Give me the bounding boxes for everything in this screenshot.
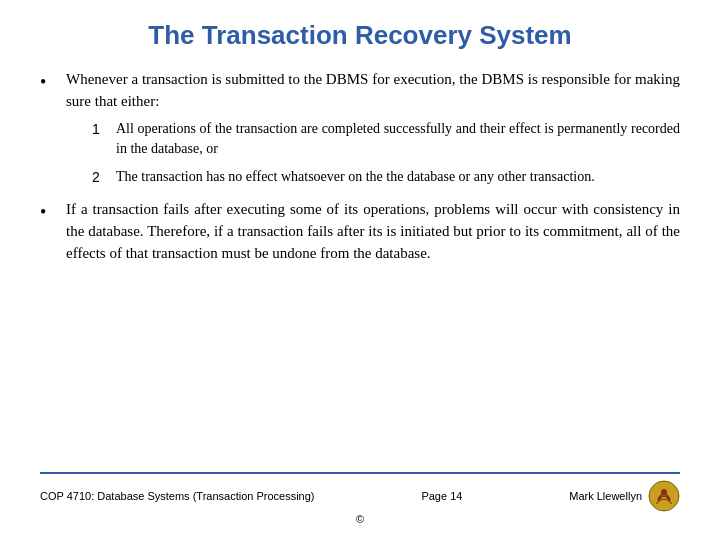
footer: COP 4710: Database Systems (Transaction … [40,472,680,512]
bullet-item-2: • If a transaction fails after executing… [40,199,680,264]
sub-text-1: All operations of the transaction are co… [116,119,680,160]
bullet-dot-2: • [40,200,56,225]
bullet-text-2: If a transaction fails after executing s… [66,199,680,264]
sub-number-2: 2 [92,167,106,187]
copyright-text: © [40,513,680,525]
university-logo [648,480,680,512]
sub-item-1: 1 All operations of the transaction are … [92,119,680,160]
sub-item-2: 2 The transaction has no effect whatsoev… [92,167,680,187]
sub-number-1: 1 [92,119,106,139]
footer-right: Mark Llewellyn [569,480,680,512]
sub-text-2: The transaction has no effect whatsoever… [116,167,680,187]
bullet-item-1: • Whenever a transaction is submitted to… [40,69,680,187]
bullet-dot-1: • [40,70,56,95]
footer-author: Mark Llewellyn [569,490,642,502]
footer-page: Page 14 [421,490,462,502]
bullet-text-1: Whenever a transaction is submitted to t… [66,69,680,113]
footer-left-text: COP 4710: Database Systems (Transaction … [40,490,315,502]
slide-content: • Whenever a transaction is submitted to… [40,69,680,464]
slide-title: The Transaction Recovery System [40,20,680,51]
svg-point-2 [661,489,667,495]
slide: The Transaction Recovery System • Whenev… [0,0,720,540]
sub-list-1: 1 All operations of the transaction are … [92,119,680,188]
